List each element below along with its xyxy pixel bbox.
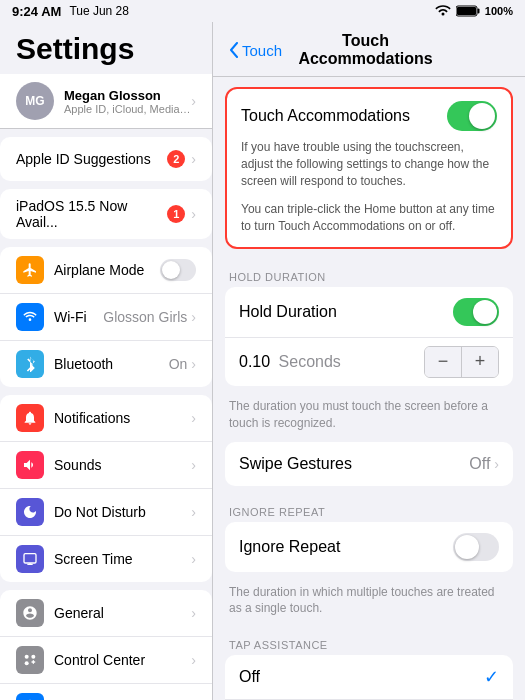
notifications-icon (16, 404, 44, 432)
ignore-repeat-card: Ignore Repeat (225, 522, 513, 572)
swipe-chevron: › (494, 456, 499, 472)
apple-id-label: Apple ID Suggestions (16, 151, 167, 167)
ignore-repeat-toggle[interactable] (453, 533, 499, 561)
sidebar-item-sounds[interactable]: Sounds › (0, 442, 212, 489)
sounds-icon (16, 451, 44, 479)
apple-id-right: 2 › (167, 150, 196, 168)
screentime-chevron: › (191, 551, 196, 567)
svg-rect-8 (33, 660, 34, 664)
sidebar-item-notifications[interactable]: Notifications › (0, 395, 212, 442)
right-header: Touch Touch Accommodations (213, 22, 525, 77)
controlcenter-icon (16, 646, 44, 674)
sidebar-item-dnd[interactable]: Do Not Disturb › (0, 489, 212, 536)
status-icons: 100% (435, 5, 513, 17)
screentime-icon (16, 545, 44, 573)
update-row[interactable]: iPadOS 15.5 Now Avail... 1 › (0, 189, 212, 239)
ignore-repeat-label: Ignore Repeat (239, 538, 340, 556)
sounds-chevron: › (191, 457, 196, 473)
svg-point-6 (25, 661, 29, 665)
tap-assistance-off-row[interactable]: Off ✓ (225, 655, 513, 700)
apple-id-badge: 2 (167, 150, 185, 168)
controlcenter-chevron: › (191, 652, 196, 668)
svg-rect-2 (457, 7, 476, 15)
seconds-row: 0.10 Seconds − + (225, 338, 513, 386)
sidebar-item-wifi[interactable]: Wi-Fi Glosson Girls › (0, 294, 212, 341)
wifi-value: Glosson Girls (103, 309, 187, 325)
ta-toggle[interactable] (447, 101, 497, 131)
sidebar-item-general[interactable]: General › (0, 590, 212, 637)
profile-info: Megan Glosson Apple ID, iCloud, Media &.… (64, 88, 191, 115)
update-label: iPadOS 15.5 Now Avail... (16, 198, 167, 230)
profile-chevron: › (191, 93, 196, 109)
apple-id-suggestions-row[interactable]: Apple ID Suggestions 2 › (0, 137, 212, 181)
notifications-group: Notifications › Sounds › Do Not Disturb … (0, 395, 212, 582)
battery-text: 100% (485, 5, 513, 17)
sidebar-item-screentime[interactable]: Screen Time › (0, 536, 212, 582)
swipe-gestures-value: Off › (469, 455, 499, 473)
wifi-label: Wi-Fi (54, 309, 103, 325)
svg-point-5 (31, 655, 35, 659)
sidebar: Settings MG Megan Glosson Apple ID, iClo… (0, 22, 213, 700)
ta-desc2: You can triple-click the Home button at … (227, 201, 511, 247)
main-layout: Settings MG Megan Glosson Apple ID, iClo… (0, 22, 525, 700)
tap-assistance-card: Off ✓ Use Initial Touch Location Use Fin… (225, 655, 513, 700)
airplane-icon (16, 256, 44, 284)
battery-icon (456, 5, 480, 17)
svg-rect-1 (477, 9, 479, 14)
status-bar: 9:24 AM Tue Jun 28 100% (0, 0, 525, 22)
bluetooth-value: On (169, 356, 188, 372)
hold-duration-knob (473, 300, 497, 324)
status-date: Tue Jun 28 (69, 4, 129, 18)
hold-duration-hint: The duration you must touch the screen b… (213, 394, 525, 442)
svg-point-4 (25, 655, 29, 659)
airplane-toggle[interactable] (160, 259, 196, 281)
sidebar-title: Settings (0, 22, 212, 74)
hold-duration-toggle[interactable] (453, 298, 499, 326)
touch-accommodations-card: Touch Accommodations If you have trouble… (225, 87, 513, 249)
general-label: General (54, 605, 191, 621)
dnd-icon (16, 498, 44, 526)
hold-duration-card: Hold Duration 0.10 Seconds − + (225, 287, 513, 386)
ignore-repeat-knob (455, 535, 479, 559)
ta-desc1: If you have trouble using the touchscree… (227, 139, 511, 201)
wifi-chevron: › (191, 309, 196, 325)
ignore-repeat-hint: The duration in which multiple touches a… (213, 580, 525, 628)
notifications-label: Notifications (54, 410, 191, 426)
avatar: MG (16, 82, 54, 120)
wifi-side-icon (16, 303, 44, 331)
swipe-gestures-label: Swipe Gestures (239, 455, 352, 473)
sidebar-item-airplane-mode[interactable]: Airplane Mode (0, 247, 212, 294)
hold-duration-row: Hold Duration (225, 287, 513, 338)
ta-header: Touch Accommodations (227, 89, 511, 139)
sidebar-item-display[interactable]: Display & Brightness › (0, 684, 212, 700)
ignore-repeat-row: Ignore Repeat (225, 522, 513, 572)
seconds-unit: Seconds (279, 353, 341, 370)
hold-duration-section-label: HOLD DURATION (213, 259, 525, 287)
ta-title: Touch Accommodations (241, 107, 410, 125)
airplane-label: Airplane Mode (54, 262, 160, 278)
svg-rect-3 (24, 554, 36, 563)
sidebar-item-controlcenter[interactable]: Control Center › (0, 637, 212, 684)
tap-assistance-off-label: Off (239, 668, 260, 686)
general-icon (16, 599, 44, 627)
stepper-minus-button[interactable]: − (425, 347, 461, 377)
tap-assistance-section-label: TAP ASSISTANCE (213, 627, 525, 655)
stepper-plus-button[interactable]: + (462, 347, 498, 377)
swipe-gestures-card: Swipe Gestures Off › (225, 442, 513, 486)
swipe-gestures-row[interactable]: Swipe Gestures Off › (225, 442, 513, 486)
status-time: 9:24 AM (12, 4, 61, 19)
seconds-display: 0.10 Seconds (239, 353, 341, 371)
dnd-label: Do Not Disturb (54, 504, 191, 520)
seconds-stepper: − + (424, 346, 499, 378)
profile-row[interactable]: MG Megan Glosson Apple ID, iCloud, Media… (0, 74, 212, 129)
back-button[interactable]: Touch (229, 42, 282, 59)
screentime-label: Screen Time (54, 551, 191, 567)
back-label: Touch (242, 42, 282, 59)
system-group: General › Control Center › Display & Bri… (0, 590, 212, 700)
bluetooth-label: Bluetooth (54, 356, 169, 372)
seconds-value: 0.10 (239, 353, 270, 370)
sidebar-item-bluetooth[interactable]: Bluetooth On › (0, 341, 212, 387)
connectivity-group: Airplane Mode Wi-Fi Glosson Girls › Blue… (0, 247, 212, 387)
hold-duration-label: Hold Duration (239, 303, 337, 321)
bluetooth-chevron: › (191, 356, 196, 372)
